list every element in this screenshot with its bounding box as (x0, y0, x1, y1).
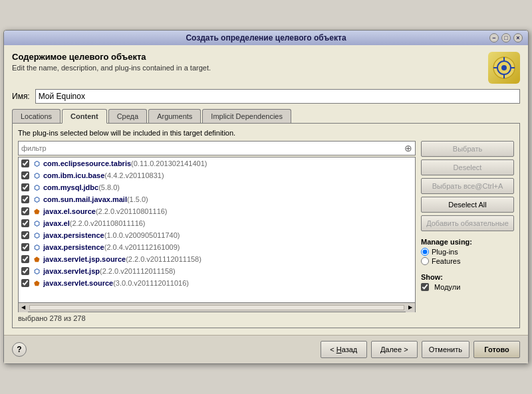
tab-implicit[interactable]: Implicit Dependencies (202, 109, 291, 123)
select-button[interactable]: Выбрать (421, 141, 514, 157)
plugin-name: com.ibm.icu.base (43, 171, 104, 179)
tab-content-area: The plug-ins selected below will be incl… (12, 124, 520, 328)
plugin-icon: ⬡ (32, 231, 41, 240)
plugin-checkbox[interactable] (21, 255, 29, 263)
list-item[interactable]: ⬟ javax.servlet.jsp.source (2.2.0.v20111… (19, 253, 415, 265)
plugin-name: com.sun.mail.javax.mail (43, 195, 127, 203)
deselect-all-button[interactable]: Deselect All (421, 197, 514, 213)
manage-title: Manage using: (421, 238, 514, 246)
radio-plugins-label: Plug-ins (432, 248, 458, 256)
plugin-checkbox[interactable] (21, 219, 29, 227)
list-section: ⊕ ⬡ com.eclipsesource.tabris (0.11.0.201… (18, 141, 416, 322)
plugin-version: (2.2.0.v201108011116) (70, 219, 146, 227)
deselect-button[interactable]: Deselect (421, 159, 514, 175)
plugin-version: (2.2.0.v201112011158) (100, 267, 176, 275)
name-label: Имя: (12, 92, 30, 101)
plugin-version: (0.11.0.201302141401) (131, 159, 207, 167)
svg-point-2 (501, 65, 507, 70)
plugin-version: (2.2.0.v20110801116) (96, 207, 168, 215)
filter-icon: ⊕ (402, 142, 415, 155)
show-section: Show: Модули (421, 273, 514, 291)
status-text: выбрано 278 из 278 (18, 314, 86, 322)
radio-features-row: Features (421, 257, 514, 265)
plugin-icon: ⬡ (32, 195, 41, 204)
tab-environment[interactable]: Среда (108, 109, 147, 123)
tab-arguments[interactable]: Arguments (148, 109, 201, 123)
status-bar: выбрано 278 из 278 (18, 312, 416, 322)
finish-button[interactable]: Готово (473, 341, 520, 358)
list-item[interactable]: ⬟ javax.el.source (2.2.0.v20110801116) (19, 205, 415, 217)
plugin-checkbox[interactable] (21, 183, 29, 191)
dialog-content: Содержимое целевого объекта Edit the nam… (4, 45, 528, 335)
radio-features-label: Features (432, 257, 460, 265)
next-button[interactable]: Далее > (371, 341, 418, 358)
plugin-name: javax.el (43, 219, 70, 227)
plugin-icon: ⬡ (32, 171, 41, 180)
show-modules-label: Модули (434, 283, 460, 291)
minimize-button[interactable]: − (489, 33, 499, 43)
show-modules-checkbox[interactable] (421, 283, 429, 291)
list-item[interactable]: ⬡ javax.persistence (1.0.0.v200905011740… (19, 229, 415, 241)
horizontal-scrollbar[interactable]: ◀ ▶ (18, 303, 416, 312)
list-item[interactable]: ⬡ javax.persistence (2.0.4.v201112161009… (19, 241, 415, 253)
plugin-name: javax.persistence (43, 243, 104, 251)
scroll-left-button[interactable]: ◀ (19, 303, 28, 312)
main-area: ⊕ ⬡ com.eclipsesource.tabris (0.11.0.201… (18, 141, 514, 322)
plugin-name: javax.servlet.jsp.source (43, 255, 126, 263)
scroll-track (29, 305, 404, 310)
plugin-icon: ⬟ (32, 207, 41, 216)
section-title: Содержимое целевого объекта (12, 52, 211, 62)
list-item[interactable]: ⬡ com.sun.mail.javax.mail (1.5.0) (19, 193, 415, 205)
plugin-icon: ⬡ (32, 183, 41, 192)
plugin-version: (5.8.0) (98, 183, 120, 191)
main-dialog: Создать определение целевого объекта − □… (3, 30, 529, 364)
plugin-checkbox[interactable] (21, 279, 29, 287)
help-button[interactable]: ? (12, 342, 27, 357)
show-modules-row: Модули (421, 283, 514, 291)
radio-plugins[interactable] (421, 248, 429, 256)
plugin-icon: ⬟ (32, 278, 41, 288)
plugin-list[interactable]: ⬡ com.eclipsesource.tabris (0.11.0.20130… (18, 157, 416, 303)
plugin-version: (4.4.2.v20110831) (104, 171, 164, 179)
plugin-version: (2.2.0.v201112011158) (126, 255, 201, 263)
manage-section: Manage using: Plug-ins Features (421, 238, 514, 266)
tabs-bar: Locations Content Среда Arguments Implic… (12, 109, 520, 124)
plugin-name: com.mysql.jdbc (43, 183, 98, 191)
plugin-checkbox[interactable] (21, 231, 29, 239)
plugin-checkbox[interactable] (21, 195, 29, 203)
title-bar: Создать определение целевого объекта − □… (4, 31, 528, 45)
name-input[interactable] (35, 89, 520, 104)
dialog-title: Создать определение целевого объекта (43, 33, 489, 43)
tab-content[interactable]: Content (62, 109, 107, 124)
cancel-button[interactable]: Отменить (422, 341, 469, 358)
filter-input[interactable] (19, 143, 402, 153)
list-item[interactable]: ⬡ com.mysql.jdbc (5.8.0) (19, 181, 415, 193)
list-item[interactable]: ⬡ com.ibm.icu.base (4.4.2.v20110831) (19, 169, 415, 181)
plugin-name: javax.persistence (43, 231, 104, 239)
plugin-name: javax.servlet.source (43, 279, 113, 287)
list-item[interactable]: ⬡ javax.servlet.jsp (2.2.0.v201112011158… (19, 265, 415, 277)
plugin-version: (3.0.0.v201112011016) (113, 279, 189, 287)
plugin-checkbox[interactable] (21, 159, 29, 167)
scroll-right-button[interactable]: ▶ (406, 303, 415, 312)
plugin-checkbox[interactable] (21, 207, 29, 215)
plugin-checkbox[interactable] (21, 267, 29, 275)
tab-locations[interactable]: Locations (12, 109, 61, 123)
radio-features[interactable] (421, 257, 429, 265)
select-all-button[interactable]: Выбрать все@Ctrl+A (421, 178, 514, 194)
header-text: Содержимое целевого объекта Edit the nam… (12, 52, 211, 72)
plugin-checkbox[interactable] (21, 243, 29, 251)
plugin-checkbox[interactable] (21, 171, 29, 179)
bottom-bar: ? < Назад Далее > Отменить Готово (4, 335, 528, 363)
add-required-button[interactable]: Добавить обязательные (421, 215, 514, 231)
back-button[interactable]: < Назад (321, 341, 367, 358)
plugin-version: (1.5.0) (127, 195, 148, 203)
header-icon (488, 52, 520, 84)
list-item[interactable]: ⬡ com.eclipsesource.tabris (0.11.0.20130… (19, 157, 415, 169)
list-item[interactable]: ⬟ javax.servlet.source (3.0.0.v201112011… (19, 277, 415, 289)
plugin-icon: ⬡ (32, 219, 41, 228)
bottom-left: ? (12, 342, 27, 357)
list-item[interactable]: ⬡ javax.el (2.2.0.v201108011116) (19, 217, 415, 229)
maximize-button[interactable]: □ (501, 33, 511, 43)
close-button[interactable]: × (513, 33, 523, 43)
